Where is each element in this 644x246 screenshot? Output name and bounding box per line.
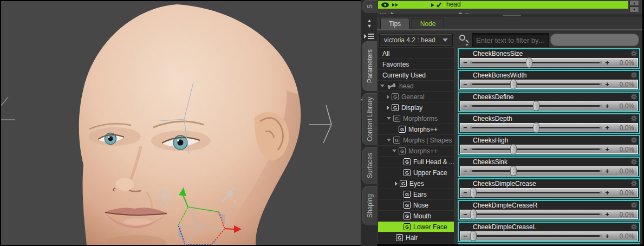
tree-item-eyes[interactable]: GEyes	[378, 178, 454, 189]
tab-shaping[interactable]: Shaping	[362, 186, 377, 225]
tree-item-upper-face[interactable]: GUpper Face	[378, 167, 454, 178]
expanded-arrow-icon[interactable]	[387, 117, 391, 120]
parameter-value[interactable]: 0.0%	[613, 81, 638, 88]
tab-scroll-arrows[interactable]: ▲ ▼	[364, 16, 375, 30]
collapsed-arrow-icon[interactable]	[387, 106, 389, 110]
slider-track[interactable]: ⋮	[470, 167, 602, 175]
parameter-slider[interactable]: −⋮+0.0%	[460, 188, 638, 197]
slider-track[interactable]: ⋮	[470, 59, 602, 67]
increment-button[interactable]: +	[602, 232, 613, 240]
tree-item-general[interactable]: GGeneral	[378, 92, 454, 102]
scene-selected-row[interactable]: head	[378, 1, 628, 9]
gear-icon[interactable]	[630, 202, 638, 209]
node-selector-dropdown[interactable]: victoria 4.2 : head	[379, 34, 453, 47]
tab-tips[interactable]: Tips	[380, 18, 409, 29]
increment-button[interactable]: +	[602, 189, 613, 197]
gear-icon[interactable]	[630, 180, 638, 187]
parameter-slider[interactable]: −⋮+0.0%	[460, 80, 638, 89]
increment-button[interactable]: +	[602, 210, 613, 218]
slider-thumb[interactable]: ⋮	[533, 122, 539, 133]
gear-icon[interactable]	[630, 50, 638, 57]
parameter-value[interactable]: 0.0%	[613, 124, 638, 132]
slider-thumb[interactable]: ⋮	[510, 166, 517, 176]
slider-thumb[interactable]: ⋮	[533, 101, 539, 111]
expanded-arrow-icon[interactable]	[380, 85, 385, 87]
tab-surfaces[interactable]: Surfaces	[362, 147, 377, 184]
tab-content-library[interactable]: Content Library	[362, 93, 377, 145]
parameter-value[interactable]: 0.0%	[613, 59, 638, 67]
head-model[interactable]	[79, 4, 301, 245]
tree-item-all[interactable]: All	[378, 48, 454, 59]
increment-button[interactable]: +	[602, 102, 613, 110]
slider-thumb[interactable]: ⋮	[470, 231, 477, 241]
parameter-value[interactable]: 0.0%	[613, 232, 638, 240]
tab-scene[interactable]: S	[362, 0, 377, 13]
decrement-button[interactable]: −	[460, 167, 470, 174]
scrollbar-down-icon[interactable]: ▼	[629, 7, 639, 12]
pane-menu-icon[interactable]	[364, 31, 375, 41]
increment-button[interactable]: +	[602, 145, 613, 153]
collapsed-arrow-icon[interactable]	[395, 182, 398, 186]
increment-button[interactable]: +	[602, 124, 613, 132]
increment-button[interactable]: +	[602, 80, 613, 88]
parameter-slider[interactable]: −⋮+0.0%	[460, 166, 638, 176]
increment-button[interactable]: +	[602, 167, 613, 175]
tree-item-nose[interactable]: GNose	[378, 200, 454, 211]
scroll-up-icon[interactable]: ▲	[367, 18, 372, 23]
parameter-slider[interactable]: −⋮+0.0%	[460, 101, 638, 111]
tree-item-head[interactable]: head	[378, 81, 454, 92]
parameter-slider[interactable]: −⋮+0.0%	[460, 145, 638, 154]
slider-thumb[interactable]: ⋮	[470, 187, 477, 198]
viewport-3d[interactable]	[1, 1, 361, 245]
filter-scroll-thumb[interactable]	[550, 34, 639, 46]
parameter-value[interactable]: 0.0%	[613, 189, 638, 197]
parameter-value[interactable]: 0.0%	[613, 102, 638, 110]
scene-scrollbar[interactable]: ▲ ▼	[629, 0, 639, 12]
tree-item-mouth[interactable]: GMouth	[378, 211, 454, 222]
decrement-button[interactable]: −	[460, 232, 470, 239]
decrement-button[interactable]: −	[460, 59, 470, 66]
tree-item-morphs-[interactable]: GMorphs++	[378, 146, 454, 157]
tree-item-lower-face[interactable]: GLower Face	[378, 222, 454, 232]
gear-icon[interactable]	[630, 137, 638, 144]
scroll-down-icon[interactable]: ▼	[367, 24, 372, 28]
tree-item-currently-used[interactable]: Currently Used	[378, 70, 454, 81]
decrement-button[interactable]: −	[460, 189, 470, 196]
parameter-value[interactable]: 0.0%	[613, 167, 638, 175]
increment-button[interactable]: +	[602, 59, 613, 67]
slider-track[interactable]: ⋮	[470, 80, 602, 88]
slider-thumb[interactable]: ⋮	[510, 79, 517, 89]
expanded-arrow-icon[interactable]	[392, 150, 396, 152]
scrollbar-up-icon[interactable]: ▲	[629, 0, 639, 6]
decrement-button[interactable]: −	[460, 211, 470, 218]
decrement-button[interactable]: −	[460, 81, 470, 88]
slider-thumb[interactable]: ⋮	[470, 209, 477, 219]
slider-track[interactable]: ⋮	[470, 145, 602, 153]
slider-track[interactable]: ⋮	[470, 102, 602, 110]
gear-icon[interactable]	[630, 72, 638, 79]
slider-track[interactable]: ⋮	[470, 210, 602, 218]
tree-item-favorites[interactable]: Favorites	[378, 59, 454, 70]
slider-track[interactable]: ⋮	[470, 189, 602, 197]
slider-track[interactable]: ⋮	[470, 232, 602, 240]
tree-item-morphs-shapes[interactable]: GMorphs | Shapes	[378, 135, 454, 146]
tree-item-full-head-[interactable]: GFull Head & ...	[378, 157, 454, 167]
tree-item-ears[interactable]: GEars	[378, 189, 454, 200]
parameter-slider[interactable]: −⋮+0.0%	[460, 123, 638, 132]
gear-icon[interactable]	[630, 158, 638, 165]
decrement-button[interactable]: −	[460, 102, 470, 109]
parameter-slider[interactable]: −⋮+0.0%	[460, 231, 638, 241]
tab-parameters[interactable]: Parameters	[362, 41, 377, 91]
parameter-slider[interactable]: −⋮+0.0%	[460, 58, 638, 67]
search-icon[interactable]	[459, 34, 471, 46]
parameter-slider[interactable]: −⋮+0.0%	[460, 210, 638, 219]
gear-icon[interactable]	[630, 93, 638, 100]
slider-thumb[interactable]: ⋮	[526, 57, 532, 68]
expanded-arrow-icon[interactable]	[387, 139, 391, 141]
parameter-value[interactable]: 0.0%	[613, 211, 638, 218]
splitter-grip[interactable]	[503, 15, 521, 16]
decrement-button[interactable]: −	[460, 146, 470, 153]
slider-track[interactable]: ⋮	[470, 124, 602, 132]
tree-item-hair[interactable]: GHair	[378, 232, 454, 243]
gear-icon[interactable]	[630, 115, 638, 122]
